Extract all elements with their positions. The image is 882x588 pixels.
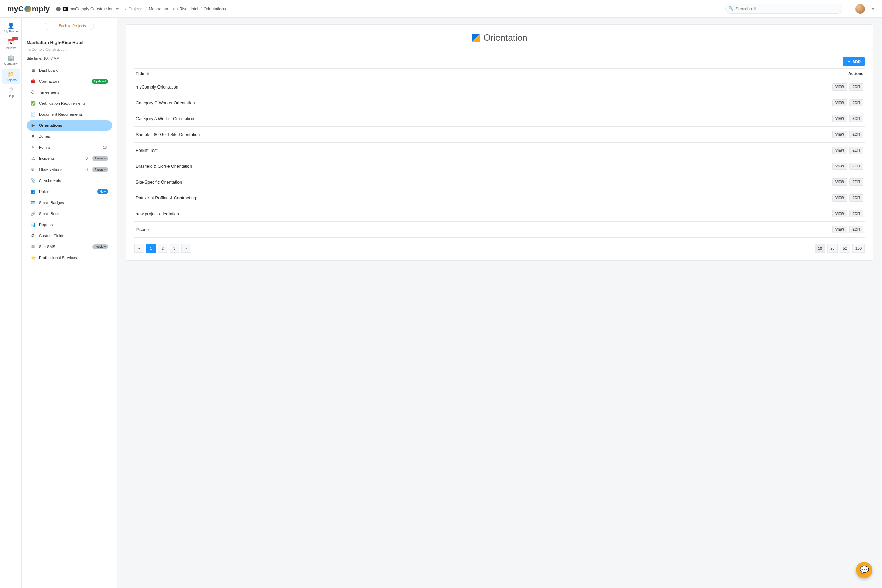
- breadcrumb-sep: /: [146, 6, 146, 11]
- nav-item-icon: ⚠: [31, 156, 36, 161]
- user-menu-caret-icon[interactable]: [872, 8, 875, 10]
- page-size-10[interactable]: 10: [815, 244, 825, 253]
- view-button[interactable]: VIEW: [832, 99, 848, 106]
- breadcrumb-project[interactable]: Manhattan High-Rise Hotel: [148, 6, 198, 11]
- page-size-25[interactable]: 25: [827, 244, 837, 253]
- view-button[interactable]: VIEW: [832, 115, 848, 122]
- pager-page-3[interactable]: 3: [170, 244, 179, 253]
- app-logo[interactable]: myC mply: [7, 4, 50, 14]
- search-icon: 🔍: [728, 6, 734, 10]
- pager-next[interactable]: »: [181, 244, 191, 253]
- nav-item-badge: Preview: [92, 156, 108, 161]
- pager-page-2[interactable]: 2: [158, 244, 168, 253]
- sidebar-item-contractors[interactable]: 🧰ContractorsUpdated: [27, 76, 112, 87]
- view-button[interactable]: VIEW: [832, 163, 848, 170]
- page-size-100[interactable]: 100: [852, 244, 865, 253]
- nav-item-label: Attachments: [39, 178, 61, 183]
- sidebar-item-site-sms[interactable]: ✉Site SMSPreview: [27, 242, 112, 252]
- sidebar-item-attachments[interactable]: 📎Attachments: [27, 176, 112, 186]
- nav-item-badge: New: [97, 189, 108, 194]
- table-row: new project orientationVIEWEDIT: [134, 206, 865, 222]
- sidebar-item-zones[interactable]: ✖Zones: [27, 131, 112, 142]
- nav-item-label: Document Requirements: [39, 112, 82, 116]
- edit-button[interactable]: EDIT: [849, 210, 863, 218]
- help-icon: ❔: [8, 87, 15, 94]
- sidebar-item-document-requirements[interactable]: 📄Document Requirements: [27, 109, 112, 120]
- breadcrumb-page: Orientations: [204, 6, 226, 11]
- sidebar-item-incidents[interactable]: ⚠Incidents0Preview: [27, 153, 112, 164]
- rail-help[interactable]: ❔ Help: [2, 85, 20, 100]
- sidebar-item-reports[interactable]: 📊Reports: [27, 219, 112, 230]
- sidebar-item-certification-requirements[interactable]: ✅Certification Requirements: [27, 98, 112, 108]
- add-label: ADD: [852, 60, 861, 64]
- sidebar-item-forms[interactable]: ✎Forms18: [27, 142, 112, 153]
- sidebar-item-dashboard[interactable]: ▦Dashboard: [27, 65, 112, 75]
- view-button[interactable]: VIEW: [832, 83, 848, 91]
- view-button[interactable]: VIEW: [832, 147, 848, 154]
- user-avatar[interactable]: [855, 4, 865, 14]
- sidebar-item-roles[interactable]: 👥RolesNew: [27, 186, 112, 197]
- rail-projects[interactable]: 📁 Projects: [2, 69, 20, 84]
- rail-activity[interactable]: 📅 Activity: [2, 36, 20, 51]
- page-header: Orientation: [134, 32, 865, 43]
- search-input[interactable]: [725, 4, 842, 14]
- pager-page-1[interactable]: 1: [146, 244, 156, 253]
- toolbar: ＋ ADD: [134, 57, 865, 66]
- chat-icon: 💬: [860, 566, 869, 574]
- back-to-projects-button[interactable]: ← Back to Projects: [45, 22, 94, 30]
- edit-button[interactable]: EDIT: [849, 115, 863, 122]
- view-button[interactable]: VIEW: [832, 178, 848, 186]
- nav-item-label: Roles: [39, 189, 49, 194]
- nav-item-icon: ⭐: [31, 255, 36, 260]
- breadcrumb-projects[interactable]: Projects: [129, 6, 143, 11]
- edit-button[interactable]: EDIT: [849, 147, 863, 154]
- nav-item-icon: 🪪: [31, 200, 36, 205]
- logo-text-post: mply: [32, 4, 50, 14]
- row-title: myComply Orientation: [136, 85, 178, 90]
- pager-prev[interactable]: «: [134, 244, 144, 253]
- view-button[interactable]: VIEW: [832, 210, 848, 218]
- chat-widget-button[interactable]: 💬: [856, 562, 872, 578]
- sidebar-item-observations[interactable]: 👁Observations0Preview: [27, 164, 112, 175]
- rail-label: Help: [8, 94, 14, 98]
- edit-button[interactable]: EDIT: [849, 194, 863, 201]
- rail-my-profile[interactable]: 👤 My Profile: [2, 20, 20, 35]
- nav-item-label: Certification Requirements: [39, 101, 86, 105]
- rail-company[interactable]: 🏢 Company: [2, 53, 20, 68]
- topbar: myC mply C myComply Construction / Proje…: [0, 0, 882, 18]
- table-row: PiconeVIEWEDIT: [134, 222, 865, 238]
- edit-button[interactable]: EDIT: [849, 83, 863, 91]
- sidebar-item-smart-badges[interactable]: 🪪Smart Badges: [27, 197, 112, 208]
- sidebar-item-custom-fields[interactable]: 🛠Custom Fields: [27, 231, 112, 241]
- col-actions: Actions: [848, 71, 863, 76]
- nav-item-icon: ✖: [31, 134, 36, 139]
- project-nav: ▦Dashboard🧰ContractorsUpdated⏱Timesheets…: [27, 65, 112, 263]
- chevron-down-icon: [116, 8, 119, 10]
- nav-item-icon: ✅: [31, 101, 36, 106]
- add-button[interactable]: ＋ ADD: [843, 57, 865, 66]
- rail-label: My Profile: [4, 30, 18, 33]
- view-button[interactable]: VIEW: [832, 226, 848, 233]
- sidebar-item-smart-bricks[interactable]: 🔗Smart Bricks: [27, 208, 112, 219]
- site-time: Site time: 10:47 AM: [27, 56, 112, 60]
- nav-item-icon: 👥: [31, 189, 36, 194]
- page-size-50[interactable]: 50: [840, 244, 850, 253]
- edit-button[interactable]: EDIT: [849, 178, 863, 186]
- page-title: Orientation: [483, 32, 527, 43]
- edit-button[interactable]: EDIT: [849, 99, 863, 106]
- company-switcher[interactable]: C myComply Construction: [56, 6, 119, 11]
- sidebar-item-professional-services[interactable]: ⭐Professional Services: [27, 252, 112, 263]
- edit-button[interactable]: EDIT: [849, 163, 863, 170]
- sidebar-item-timesheets[interactable]: ⏱Timesheets: [27, 87, 112, 98]
- view-button[interactable]: VIEW: [832, 131, 848, 138]
- table-row: Category C Worker OrientationVIEWEDIT: [134, 95, 865, 111]
- edit-button[interactable]: EDIT: [849, 131, 863, 138]
- main-content: Orientation ＋ ADD Title ⇵ Actions: [117, 18, 882, 588]
- nav-item-icon: ✎: [31, 145, 36, 150]
- person-icon: 👤: [8, 22, 15, 29]
- calendar-icon: 📅: [8, 39, 15, 45]
- view-button[interactable]: VIEW: [832, 194, 848, 201]
- edit-button[interactable]: EDIT: [849, 226, 863, 233]
- sidebar-item-orientations[interactable]: ▶Orientations: [27, 120, 112, 130]
- col-title[interactable]: Title ⇵: [136, 71, 150, 76]
